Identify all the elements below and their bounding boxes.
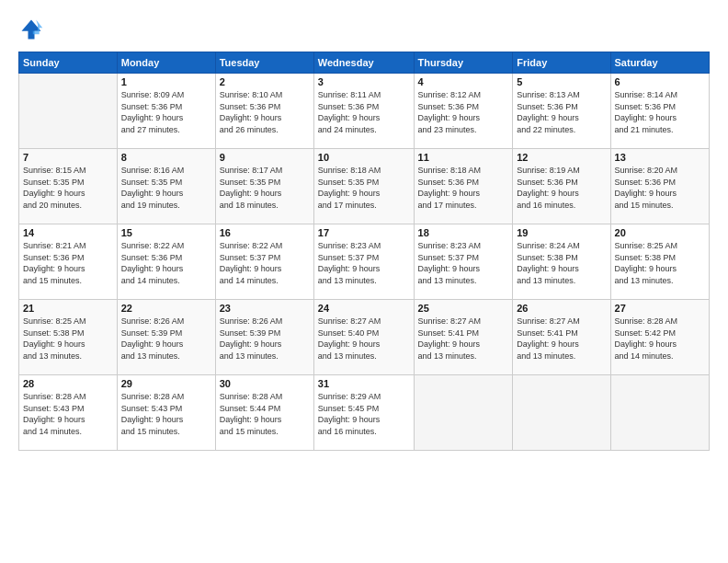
column-header-sunday: Sunday: [19, 52, 118, 74]
day-number: 3: [318, 76, 410, 87]
calendar-cell: 7Sunrise: 8:15 AM Sunset: 5:35 PM Daylig…: [19, 149, 118, 224]
day-info: Sunrise: 8:29 AM Sunset: 5:45 PM Dayligh…: [318, 391, 410, 437]
logo-icon: [18, 17, 44, 42]
day-info: Sunrise: 8:11 AM Sunset: 5:36 PM Dayligh…: [318, 89, 410, 135]
day-number: 23: [220, 303, 310, 314]
day-info: Sunrise: 8:22 AM Sunset: 5:37 PM Dayligh…: [220, 240, 310, 286]
calendar-table: SundayMondayTuesdayWednesdayThursdayFrid…: [18, 52, 710, 451]
calendar-cell: 5Sunrise: 8:13 AM Sunset: 5:36 PM Daylig…: [513, 74, 610, 149]
header: [18, 17, 710, 42]
day-number: 18: [418, 227, 509, 238]
calendar-cell: 4Sunrise: 8:12 AM Sunset: 5:36 PM Daylig…: [414, 74, 513, 149]
calendar-cell: 1Sunrise: 8:09 AM Sunset: 5:36 PM Daylig…: [117, 74, 215, 149]
day-info: Sunrise: 8:23 AM Sunset: 5:37 PM Dayligh…: [418, 240, 509, 286]
day-number: 4: [418, 76, 509, 87]
day-info: Sunrise: 8:26 AM Sunset: 5:39 PM Dayligh…: [121, 316, 211, 362]
calendar-cell: 26Sunrise: 8:27 AM Sunset: 5:41 PM Dayli…: [513, 300, 610, 375]
day-number: 2: [220, 76, 310, 87]
day-number: 5: [517, 76, 606, 87]
calendar-cell: 16Sunrise: 8:22 AM Sunset: 5:37 PM Dayli…: [215, 224, 313, 300]
day-number: 9: [220, 152, 310, 163]
calendar-cell: [513, 375, 610, 451]
day-info: Sunrise: 8:20 AM Sunset: 5:36 PM Dayligh…: [615, 165, 705, 211]
calendar-cell: 13Sunrise: 8:20 AM Sunset: 5:36 PM Dayli…: [610, 149, 709, 224]
day-info: Sunrise: 8:15 AM Sunset: 5:35 PM Dayligh…: [23, 165, 113, 211]
day-info: Sunrise: 8:14 AM Sunset: 5:36 PM Dayligh…: [615, 89, 705, 135]
day-info: Sunrise: 8:28 AM Sunset: 5:44 PM Dayligh…: [220, 391, 310, 437]
day-number: 28: [23, 378, 113, 389]
day-number: 11: [418, 152, 509, 163]
column-header-friday: Friday: [513, 52, 610, 74]
calendar-cell: 15Sunrise: 8:22 AM Sunset: 5:36 PM Dayli…: [117, 224, 215, 300]
day-info: Sunrise: 8:24 AM Sunset: 5:38 PM Dayligh…: [517, 240, 606, 286]
calendar-cell: 21Sunrise: 8:25 AM Sunset: 5:38 PM Dayli…: [19, 300, 118, 375]
day-number: 30: [220, 378, 310, 389]
calendar-cell: 31Sunrise: 8:29 AM Sunset: 5:45 PM Dayli…: [313, 375, 414, 451]
calendar-cell: 2Sunrise: 8:10 AM Sunset: 5:36 PM Daylig…: [215, 74, 313, 149]
calendar-week-5: 28Sunrise: 8:28 AM Sunset: 5:43 PM Dayli…: [19, 375, 710, 451]
calendar-cell: 23Sunrise: 8:26 AM Sunset: 5:39 PM Dayli…: [215, 300, 313, 375]
calendar-cell: 25Sunrise: 8:27 AM Sunset: 5:41 PM Dayli…: [414, 300, 513, 375]
day-info: Sunrise: 8:18 AM Sunset: 5:35 PM Dayligh…: [318, 165, 410, 211]
calendar-cell: 28Sunrise: 8:28 AM Sunset: 5:43 PM Dayli…: [19, 375, 118, 451]
day-number: 17: [318, 227, 410, 238]
column-header-tuesday: Tuesday: [215, 52, 313, 74]
calendar-week-3: 14Sunrise: 8:21 AM Sunset: 5:36 PM Dayli…: [19, 224, 710, 300]
day-info: Sunrise: 8:19 AM Sunset: 5:36 PM Dayligh…: [517, 165, 606, 211]
calendar-cell: 12Sunrise: 8:19 AM Sunset: 5:36 PM Dayli…: [513, 149, 610, 224]
day-number: 19: [517, 227, 606, 238]
day-number: 22: [121, 303, 211, 314]
logo: [18, 17, 48, 42]
calendar-cell: 9Sunrise: 8:17 AM Sunset: 5:35 PM Daylig…: [215, 149, 313, 224]
calendar-cell: 27Sunrise: 8:28 AM Sunset: 5:42 PM Dayli…: [610, 300, 709, 375]
calendar-cell: 29Sunrise: 8:28 AM Sunset: 5:43 PM Dayli…: [117, 375, 215, 451]
day-info: Sunrise: 8:13 AM Sunset: 5:36 PM Dayligh…: [517, 89, 606, 135]
day-number: 16: [220, 227, 310, 238]
day-info: Sunrise: 8:22 AM Sunset: 5:36 PM Dayligh…: [121, 240, 211, 286]
calendar-week-1: 1Sunrise: 8:09 AM Sunset: 5:36 PM Daylig…: [19, 74, 710, 149]
day-number: 27: [615, 303, 705, 314]
calendar-week-2: 7Sunrise: 8:15 AM Sunset: 5:35 PM Daylig…: [19, 149, 710, 224]
calendar-week-4: 21Sunrise: 8:25 AM Sunset: 5:38 PM Dayli…: [19, 300, 710, 375]
day-info: Sunrise: 8:16 AM Sunset: 5:35 PM Dayligh…: [121, 165, 211, 211]
day-info: Sunrise: 8:28 AM Sunset: 5:42 PM Dayligh…: [615, 316, 705, 362]
day-number: 14: [23, 227, 113, 238]
column-header-wednesday: Wednesday: [313, 52, 414, 74]
day-number: 20: [615, 227, 705, 238]
calendar-cell: 3Sunrise: 8:11 AM Sunset: 5:36 PM Daylig…: [313, 74, 414, 149]
day-number: 12: [517, 152, 606, 163]
calendar-header-row: SundayMondayTuesdayWednesdayThursdayFrid…: [19, 52, 710, 74]
column-header-saturday: Saturday: [610, 52, 709, 74]
day-info: Sunrise: 8:28 AM Sunset: 5:43 PM Dayligh…: [23, 391, 113, 437]
day-info: Sunrise: 8:18 AM Sunset: 5:36 PM Dayligh…: [418, 165, 509, 211]
day-info: Sunrise: 8:21 AM Sunset: 5:36 PM Dayligh…: [23, 240, 113, 286]
day-number: 24: [318, 303, 410, 314]
calendar-cell: 20Sunrise: 8:25 AM Sunset: 5:38 PM Dayli…: [610, 224, 709, 300]
day-info: Sunrise: 8:27 AM Sunset: 5:41 PM Dayligh…: [418, 316, 509, 362]
day-number: 1: [121, 76, 211, 87]
day-info: Sunrise: 8:27 AM Sunset: 5:40 PM Dayligh…: [318, 316, 410, 362]
day-number: 29: [121, 378, 211, 389]
day-info: Sunrise: 8:10 AM Sunset: 5:36 PM Dayligh…: [220, 89, 310, 135]
calendar-cell: 30Sunrise: 8:28 AM Sunset: 5:44 PM Dayli…: [215, 375, 313, 451]
calendar-cell: 11Sunrise: 8:18 AM Sunset: 5:36 PM Dayli…: [414, 149, 513, 224]
calendar-cell: 8Sunrise: 8:16 AM Sunset: 5:35 PM Daylig…: [117, 149, 215, 224]
page: SundayMondayTuesdayWednesdayThursdayFrid…: [0, 0, 728, 563]
day-number: 6: [615, 76, 705, 87]
calendar-cell: 22Sunrise: 8:26 AM Sunset: 5:39 PM Dayli…: [117, 300, 215, 375]
day-info: Sunrise: 8:12 AM Sunset: 5:36 PM Dayligh…: [418, 89, 509, 135]
calendar-cell: 10Sunrise: 8:18 AM Sunset: 5:35 PM Dayli…: [313, 149, 414, 224]
day-number: 25: [418, 303, 509, 314]
day-info: Sunrise: 8:17 AM Sunset: 5:35 PM Dayligh…: [220, 165, 310, 211]
day-info: Sunrise: 8:26 AM Sunset: 5:39 PM Dayligh…: [220, 316, 310, 362]
calendar-cell: 24Sunrise: 8:27 AM Sunset: 5:40 PM Dayli…: [313, 300, 414, 375]
day-number: 8: [121, 152, 211, 163]
day-info: Sunrise: 8:28 AM Sunset: 5:43 PM Dayligh…: [121, 391, 211, 437]
day-number: 31: [318, 378, 410, 389]
day-number: 7: [23, 152, 113, 163]
calendar-cell: [610, 375, 709, 451]
calendar-cell: 19Sunrise: 8:24 AM Sunset: 5:38 PM Dayli…: [513, 224, 610, 300]
day-number: 21: [23, 303, 113, 314]
column-header-thursday: Thursday: [414, 52, 513, 74]
calendar-cell: 6Sunrise: 8:14 AM Sunset: 5:36 PM Daylig…: [610, 74, 709, 149]
